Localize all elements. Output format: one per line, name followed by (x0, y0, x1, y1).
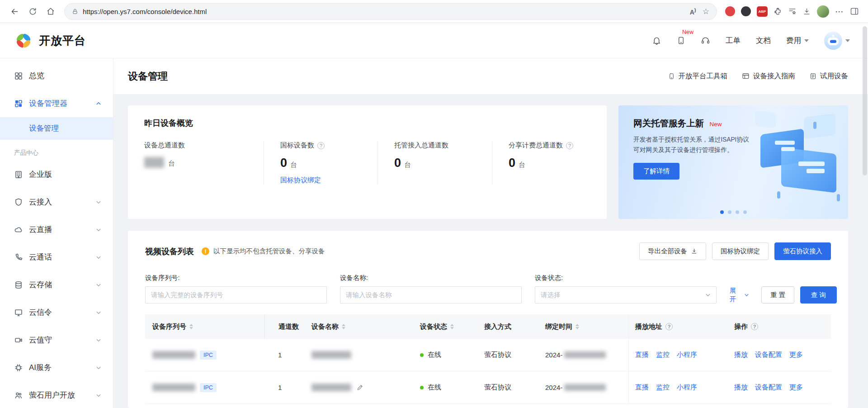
address-bar[interactable]: https://open.ys7.com/console/device.html… (64, 3, 717, 20)
promo-banner: 网关托管服务上新 New 开发者基于授权托管关系，通过ISAPI协议 可对网关及… (618, 105, 848, 219)
carousel-dot[interactable] (728, 210, 731, 214)
reset-button[interactable]: 重 置 (761, 286, 795, 304)
device-list-card: 视频设备列表 ! 以下显示均不包含托管设备、分享设备 导出全部设备 国标协议绑定… (128, 231, 848, 408)
search-button[interactable]: 查 询 (800, 286, 836, 304)
filter-serial: 设备序列号: (145, 274, 327, 304)
sidebar-item-cloud-call[interactable]: 云通话 (0, 243, 113, 271)
toolbox-link[interactable]: 开放平台工具箱 (668, 71, 728, 81)
sidebar-item-cloud-access[interactable]: 云接入 (0, 188, 113, 216)
adblock-icon[interactable]: ABP (757, 6, 768, 17)
carousel-dots (618, 210, 848, 214)
collections-icon[interactable] (788, 7, 797, 16)
back-icon[interactable] (5, 2, 24, 20)
notification-bell-icon[interactable] (652, 36, 661, 45)
download-icon[interactable] (802, 7, 811, 16)
mobile-app-icon[interactable]: New (677, 36, 685, 45)
page-scrollbar[interactable] (863, 26, 867, 176)
sidebar-item-cloud-guard[interactable]: 云值守 (0, 326, 113, 354)
stat-hosted-channels: 托管接入总通道数 0 台 (377, 141, 492, 185)
banner-title: 网关托管服务上新 (633, 118, 704, 128)
live-link[interactable]: 直播 (635, 383, 649, 392)
export-all-button[interactable]: 导出全部设备 (639, 242, 706, 260)
sidebar-item-device-manage[interactable]: 设备管理 (0, 117, 113, 140)
play-link[interactable]: 播放 (734, 383, 748, 392)
overview-card: 昨日设备概览 设备总通道数 台 国标设备数 ? (128, 105, 607, 219)
access-guide-link[interactable]: 设备接入指南 (742, 71, 795, 81)
sidebar-item-cloud-signal[interactable]: 云信令 (0, 299, 113, 326)
browser-menu-icon[interactable]: ⋯ (835, 6, 844, 17)
help-icon[interactable]: ? (317, 142, 325, 149)
page-header: 设备管理 开放平台工具箱 设备接入指南 试用设备 (113, 58, 868, 94)
carousel-dot[interactable] (720, 210, 724, 214)
extension-dark-icon[interactable] (741, 6, 751, 16)
sidebar-item-cloud-live[interactable]: 云直播 (0, 216, 113, 243)
cloud-icon (14, 225, 23, 234)
copilot-sidebar-icon[interactable] (850, 7, 859, 16)
extensions-puzzle-icon[interactable] (774, 7, 782, 16)
device-name-input[interactable] (340, 286, 522, 304)
sidebar-item-device-manager[interactable]: 设备管理器 (0, 90, 113, 117)
masked-value (144, 157, 164, 168)
learn-more-button[interactable]: 了解详情 (633, 163, 679, 180)
home-icon[interactable] (42, 2, 60, 20)
device-status-select[interactable]: 请选择 (535, 286, 717, 304)
warning-icon: ! (202, 247, 209, 255)
carousel-dot[interactable] (743, 210, 747, 214)
live-link[interactable]: 直播 (635, 351, 649, 359)
miniprogram-link[interactable]: 小程序 (677, 383, 697, 392)
masked-time (564, 351, 606, 358)
user-avatar[interactable] (824, 32, 842, 50)
main-area: 设备管理 开放平台工具箱 设备接入指南 试用设备 (113, 58, 868, 408)
refresh-icon[interactable] (24, 2, 42, 20)
nav-billing[interactable]: 费用 (786, 36, 809, 46)
read-aloud-icon[interactable]: A) (690, 7, 696, 16)
help-icon[interactable]: ? (665, 323, 673, 330)
shield-icon (14, 198, 23, 207)
chevron-down-icon (96, 365, 101, 370)
app-header: 开放平台 New 工单 文档 费用 (0, 23, 868, 58)
device-config-link[interactable]: 设备配置 (755, 383, 782, 392)
serial-input[interactable] (145, 286, 327, 304)
carousel-dot[interactable] (736, 210, 739, 214)
sort-icon[interactable] (189, 324, 193, 329)
miniprogram-link[interactable]: 小程序 (677, 351, 697, 359)
chevron-down-icon (96, 310, 101, 315)
browser-chrome: https://open.ys7.com/console/device.html… (0, 0, 868, 23)
browser-profile-avatar[interactable] (817, 5, 829, 18)
nav-docs[interactable]: 文档 (756, 36, 771, 46)
support-headset-icon[interactable] (701, 36, 710, 45)
monitor-link[interactable]: 监控 (656, 383, 670, 392)
monitor-link[interactable]: 监控 (656, 351, 670, 359)
more-link[interactable]: 更多 (789, 383, 803, 392)
help-icon[interactable]: ? (751, 323, 758, 330)
sidebar: 总览 设备管理器 设备管理 产品中心 企业版 云接入 云直播 云通话 (0, 58, 113, 408)
device-config-link[interactable]: 设备配置 (755, 351, 782, 359)
sort-icon[interactable] (342, 324, 345, 329)
grid-icon (14, 71, 23, 81)
chevron-down-icon (845, 39, 850, 42)
new-badge: New (682, 29, 693, 35)
play-link[interactable]: 播放 (734, 351, 748, 359)
sidebar-item-cloud-storage[interactable]: 云存储 (0, 271, 113, 299)
sidebar-item-user-open[interactable]: 萤石用户开放 (0, 381, 113, 408)
ezviz-protocol-access-button[interactable]: 萤石协议接入 (774, 242, 831, 260)
sort-icon[interactable] (450, 324, 454, 329)
more-link[interactable]: 更多 (789, 351, 803, 359)
gb-protocol-bind-button[interactable]: 国标协议绑定 (712, 242, 769, 260)
nav-work-order[interactable]: 工单 (726, 36, 741, 46)
sidebar-item-ai-service[interactable]: AI服务 (0, 354, 113, 381)
favorite-star-icon[interactable]: ☆ (703, 7, 709, 16)
table-header: 设备序列号 通道数 设备名称 设备状态 接入方式 绑定时间 播放地址? 操作? (145, 314, 831, 339)
trial-device-link[interactable]: 试用设备 (810, 71, 848, 81)
edit-name-icon[interactable] (357, 384, 363, 391)
expand-filters-link[interactable]: 展开 (730, 286, 749, 304)
sidebar-item-enterprise[interactable]: 企业版 (0, 161, 113, 188)
account-menu[interactable] (824, 32, 850, 50)
extension-red-icon[interactable] (725, 6, 735, 16)
sidebar-section-products: 产品中心 (0, 140, 113, 161)
sort-icon[interactable] (576, 324, 579, 329)
chevron-down-icon (96, 337, 101, 343)
sidebar-item-overview[interactable]: 总览 (0, 62, 113, 90)
gb-protocol-bind-link[interactable]: 国标协议绑定 (280, 176, 368, 185)
help-icon[interactable]: ? (566, 142, 573, 149)
